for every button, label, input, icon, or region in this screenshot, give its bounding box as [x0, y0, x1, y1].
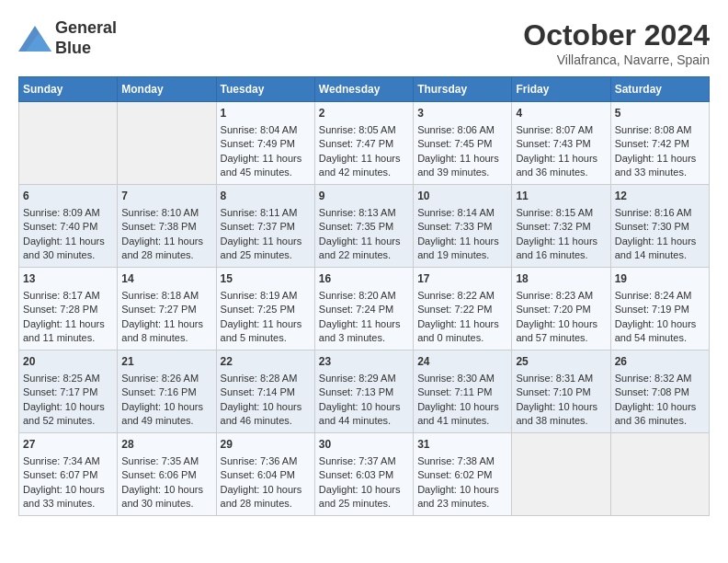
day-info: Sunset: 7:22 PM — [417, 303, 507, 316]
day-info: Sunrise: 8:25 AM — [23, 372, 113, 385]
calendar-cell — [19, 102, 118, 185]
day-info: Sunrise: 7:37 AM — [319, 454, 409, 468]
location: Villafranca, Navarre, Spain — [523, 52, 710, 67]
day-number: 17 — [417, 271, 507, 287]
day-info: Daylight: 10 hours and 52 minutes. — [23, 400, 113, 429]
day-info: Sunset: 7:42 PM — [615, 137, 705, 151]
day-info: Daylight: 10 hours and 30 minutes. — [121, 483, 211, 511]
day-info: Sunrise: 8:30 AM — [417, 372, 507, 385]
day-number: 15 — [221, 271, 311, 287]
day-info: Daylight: 10 hours and 54 minutes. — [615, 317, 705, 346]
weekday-header-sunday: Sunday — [19, 77, 118, 102]
day-number: 3 — [417, 106, 507, 121]
day-info: Daylight: 11 hours and 19 minutes. — [417, 235, 507, 263]
weekday-header-saturday: Saturday — [610, 77, 709, 102]
day-info: Sunrise: 8:32 AM — [615, 372, 705, 385]
calendar-cell: 18Sunrise: 8:23 AMSunset: 7:20 PMDayligh… — [512, 268, 610, 350]
day-info: Daylight: 11 hours and 42 minutes. — [319, 152, 409, 180]
day-info: Sunrise: 8:16 AM — [615, 206, 705, 220]
day-info: Daylight: 11 hours and 36 minutes. — [516, 152, 606, 180]
day-info: Daylight: 11 hours and 39 minutes. — [417, 152, 507, 180]
day-info: Sunset: 7:33 PM — [417, 220, 507, 234]
day-info: Daylight: 10 hours and 25 minutes. — [319, 483, 409, 511]
day-number: 16 — [319, 271, 409, 287]
day-info: Sunset: 7:10 PM — [516, 385, 606, 399]
day-number: 9 — [319, 189, 409, 204]
day-number: 12 — [615, 189, 705, 204]
day-info: Sunrise: 7:35 AM — [121, 454, 211, 468]
calendar-cell: 21Sunrise: 8:26 AMSunset: 7:16 PMDayligh… — [118, 350, 216, 433]
calendar-cell: 30Sunrise: 7:37 AMSunset: 6:03 PMDayligh… — [314, 433, 413, 516]
calendar-cell — [512, 433, 610, 516]
day-number: 4 — [516, 106, 606, 121]
day-info: Sunrise: 7:38 AM — [417, 454, 507, 468]
calendar-cell: 4Sunrise: 8:07 AMSunset: 7:43 PMDaylight… — [512, 102, 610, 185]
day-info: Sunset: 7:32 PM — [516, 220, 606, 234]
calendar-week-5: 27Sunrise: 7:34 AMSunset: 6:07 PMDayligh… — [19, 433, 710, 516]
calendar-cell: 24Sunrise: 8:30 AMSunset: 7:11 PMDayligh… — [414, 350, 512, 433]
day-number: 19 — [615, 271, 705, 287]
day-info: Sunset: 7:40 PM — [23, 220, 113, 234]
day-info: Sunset: 7:25 PM — [221, 303, 311, 316]
day-info: Daylight: 11 hours and 30 minutes. — [23, 235, 113, 263]
day-info: Sunset: 7:16 PM — [121, 385, 211, 399]
day-info: Sunrise: 8:09 AM — [23, 206, 113, 220]
calendar-cell: 10Sunrise: 8:14 AMSunset: 7:33 PMDayligh… — [414, 185, 512, 268]
day-info: Sunset: 6:02 PM — [417, 468, 507, 482]
day-number: 10 — [417, 189, 507, 204]
calendar-cell: 29Sunrise: 7:36 AMSunset: 6:04 PMDayligh… — [216, 433, 314, 516]
calendar-cell: 27Sunrise: 7:34 AMSunset: 6:07 PMDayligh… — [19, 433, 118, 516]
day-info: Sunrise: 8:15 AM — [516, 206, 606, 220]
day-info: Sunset: 7:49 PM — [221, 137, 311, 151]
month-title: October 2024 — [523, 18, 710, 52]
day-info: Daylight: 10 hours and 36 minutes. — [615, 400, 705, 429]
day-info: Daylight: 11 hours and 33 minutes. — [615, 152, 705, 180]
day-info: Sunrise: 8:13 AM — [319, 206, 409, 220]
day-number: 26 — [615, 354, 705, 370]
calendar-cell: 20Sunrise: 8:25 AMSunset: 7:17 PMDayligh… — [19, 350, 118, 433]
calendar-cell: 23Sunrise: 8:29 AMSunset: 7:13 PMDayligh… — [314, 350, 413, 433]
day-info: Sunrise: 8:31 AM — [516, 372, 606, 385]
calendar-cell: 31Sunrise: 7:38 AMSunset: 6:02 PMDayligh… — [414, 433, 512, 516]
day-info: Sunrise: 7:34 AM — [23, 454, 113, 468]
day-number: 23 — [319, 354, 409, 370]
day-info: Sunset: 7:17 PM — [23, 385, 113, 399]
calendar-week-1: 1Sunrise: 8:04 AMSunset: 7:49 PMDaylight… — [19, 102, 710, 185]
day-number: 5 — [615, 106, 705, 121]
calendar-cell: 5Sunrise: 8:08 AMSunset: 7:42 PMDaylight… — [610, 102, 709, 185]
day-info: Sunset: 7:27 PM — [121, 303, 211, 316]
calendar-week-2: 6Sunrise: 8:09 AMSunset: 7:40 PMDaylight… — [19, 185, 710, 268]
day-info: Sunset: 7:45 PM — [417, 137, 507, 151]
calendar-cell: 11Sunrise: 8:15 AMSunset: 7:32 PMDayligh… — [512, 185, 610, 268]
day-number: 27 — [23, 437, 113, 453]
calendar-cell: 6Sunrise: 8:09 AMSunset: 7:40 PMDaylight… — [19, 185, 118, 268]
calendar-cell: 9Sunrise: 8:13 AMSunset: 7:35 PMDaylight… — [314, 185, 413, 268]
day-info: Sunrise: 8:04 AM — [221, 123, 311, 137]
logo-text: General Blue — [55, 18, 117, 58]
day-info: Sunrise: 8:28 AM — [221, 372, 311, 385]
day-info: Sunrise: 8:08 AM — [615, 123, 705, 137]
day-info: Sunset: 7:43 PM — [516, 137, 606, 151]
calendar-cell: 7Sunrise: 8:10 AMSunset: 7:38 PMDaylight… — [118, 185, 216, 268]
calendar-table: SundayMondayTuesdayWednesdayThursdayFrid… — [18, 76, 710, 516]
day-info: Sunset: 7:11 PM — [417, 385, 507, 399]
page-header: General Blue October 2024 Villafranca, N… — [18, 18, 710, 67]
day-number: 28 — [121, 437, 211, 453]
day-info: Sunrise: 8:11 AM — [221, 206, 311, 220]
day-info: Sunset: 7:37 PM — [221, 220, 311, 234]
day-info: Daylight: 10 hours and 38 minutes. — [516, 400, 606, 429]
day-info: Daylight: 11 hours and 16 minutes. — [516, 235, 606, 263]
day-info: Daylight: 11 hours and 11 minutes. — [23, 317, 113, 346]
day-info: Sunrise: 8:18 AM — [121, 289, 211, 303]
calendar-cell: 25Sunrise: 8:31 AMSunset: 7:10 PMDayligh… — [512, 350, 610, 433]
day-info: Sunset: 6:06 PM — [121, 468, 211, 482]
day-number: 31 — [417, 437, 507, 453]
calendar-cell: 12Sunrise: 8:16 AMSunset: 7:30 PMDayligh… — [610, 185, 709, 268]
day-number: 14 — [121, 271, 211, 287]
day-number: 30 — [319, 437, 409, 453]
calendar-cell: 16Sunrise: 8:20 AMSunset: 7:24 PMDayligh… — [314, 268, 413, 350]
calendar-cell: 28Sunrise: 7:35 AMSunset: 6:06 PMDayligh… — [118, 433, 216, 516]
day-info: Sunrise: 8:17 AM — [23, 289, 113, 303]
weekday-header-thursday: Thursday — [414, 77, 512, 102]
day-info: Sunset: 7:19 PM — [615, 303, 705, 316]
